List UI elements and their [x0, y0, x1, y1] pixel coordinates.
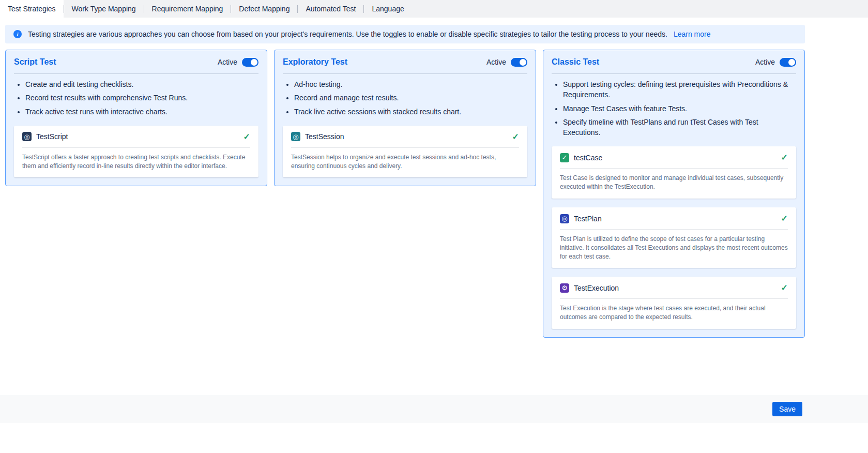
item-testplan: ◎ TestPlan ✓ Test Plan is utilized to de…: [552, 207, 796, 268]
card-exploratory-test: Exploratory Test Active Ad-hoc testing. …: [274, 50, 536, 186]
bottom-spacer: [0, 423, 868, 453]
item-testcase: ✓ testCase ✓ Test Case is designed to mo…: [552, 146, 796, 199]
item-divider: [560, 168, 788, 169]
item-divider: [291, 147, 519, 148]
tab-requirement-mapping[interactable]: Requirement Mapping: [144, 0, 231, 18]
item-name: TestSession: [305, 132, 344, 141]
toggle-wrap: Active: [218, 58, 258, 67]
feature-list: Ad-hoc testing. Record and manage test r…: [283, 79, 527, 117]
testexecution-icon: ⚙: [560, 283, 569, 293]
tab-automated-test[interactable]: Automated Test: [298, 0, 363, 18]
tab-language[interactable]: Language: [364, 0, 412, 18]
feature-item: Track active test runs with interactive …: [25, 107, 258, 117]
toggle-label: Active: [755, 58, 775, 66]
check-icon: ✓: [243, 132, 250, 142]
card-divider: [14, 73, 258, 74]
feature-item: Ad-hoc testing.: [294, 79, 527, 89]
info-icon: i: [13, 30, 22, 38]
card-header: Exploratory Test Active: [283, 57, 527, 67]
toggle-label: Active: [486, 58, 506, 66]
toggle-wrap: Active: [486, 58, 527, 67]
item-name: TestScript: [36, 132, 68, 141]
card-title: Exploratory Test: [283, 57, 347, 67]
tab-defect-mapping[interactable]: Defect Mapping: [231, 0, 297, 18]
item-name: TestExecution: [574, 284, 619, 292]
tab-test-strategies[interactable]: Test Strategies: [0, 0, 64, 18]
feature-item: Record test results with comprehensive T…: [25, 93, 258, 103]
item-divider: [560, 298, 788, 299]
testscript-icon: ◎: [22, 132, 32, 141]
item-testsession: ◎ TestSession ✓ TestSession helps to org…: [283, 126, 527, 178]
feature-item: Create and edit testing checklists.: [25, 79, 258, 89]
feature-item: Manage Test Cases with feature Tests.: [563, 103, 796, 114]
testsession-icon: ◎: [291, 132, 300, 141]
toggle-knob: [520, 59, 526, 66]
testcase-icon: ✓: [560, 153, 569, 162]
feature-list: Support testing cycles: defining test pr…: [552, 79, 796, 138]
item-testscript: ◎ TestScript ✓ TestScript offers a faste…: [14, 126, 258, 178]
item-divider: [22, 147, 250, 148]
check-icon: ✓: [781, 153, 788, 162]
banner-text: Testing strategies are various approache…: [28, 30, 667, 38]
item-header: ✓ testCase ✓: [560, 153, 788, 162]
item-header: ◎ TestScript ✓: [22, 132, 250, 142]
active-toggle[interactable]: [511, 58, 527, 67]
item-description: TestSession helps to organize and execut…: [291, 153, 519, 171]
check-icon: ✓: [781, 214, 788, 223]
footer-bar: Save: [0, 395, 868, 423]
item-header: ◎ TestPlan ✓: [560, 214, 788, 223]
item-divider: [560, 229, 788, 230]
save-button[interactable]: Save: [772, 402, 802, 416]
testplan-icon: ◎: [560, 214, 569, 223]
main-content: i Testing strategies are various approac…: [0, 18, 868, 395]
item-testexecution: ⚙ TestExecution ✓ Test Execution is the …: [552, 277, 796, 329]
card-divider: [283, 73, 527, 74]
item-description: Test Case is designed to monitor and man…: [560, 174, 788, 191]
card-title: Classic Test: [552, 57, 599, 67]
feature-item: Record and manage test results.: [294, 93, 527, 103]
card-header: Script Test Active: [14, 57, 258, 67]
toggle-label: Active: [218, 58, 237, 66]
check-icon: ✓: [781, 283, 788, 293]
item-name: testCase: [574, 154, 602, 162]
toggle-knob: [251, 59, 257, 66]
card-header: Classic Test Active: [552, 57, 796, 67]
item-name: TestPlan: [574, 215, 602, 223]
active-toggle[interactable]: [242, 58, 258, 67]
feature-list: Create and edit testing checklists. Reco…: [14, 79, 258, 117]
active-toggle[interactable]: [780, 58, 796, 67]
learn-more-link[interactable]: Learn more: [674, 30, 711, 38]
item-description: TestScript offers a faster approach to c…: [22, 153, 250, 171]
tab-work-type-mapping[interactable]: Work Type Mapping: [64, 0, 144, 18]
item-header: ◎ TestSession ✓: [291, 132, 519, 142]
card-title: Script Test: [14, 57, 56, 67]
card-classic-test: Classic Test Active Support testing cycl…: [543, 50, 805, 338]
check-icon: ✓: [512, 132, 519, 142]
card-script-test: Script Test Active Create and edit testi…: [5, 50, 267, 186]
feature-item: Track live active sessions with stacked …: [294, 107, 527, 117]
tab-bar: Test Strategies Work Type Mapping Requir…: [0, 0, 868, 18]
item-description: Test Plan is utilized to define the scop…: [560, 235, 788, 261]
strategy-cards-row: Script Test Active Create and edit testi…: [5, 50, 805, 338]
info-banner: i Testing strategies are various approac…: [5, 25, 805, 43]
item-header: ⚙ TestExecution ✓: [560, 283, 788, 293]
card-divider: [552, 73, 796, 74]
toggle-wrap: Active: [755, 58, 796, 67]
toggle-knob: [788, 59, 795, 66]
item-description: Test Execution is the stage where test c…: [560, 304, 788, 322]
feature-item: Specify timeline with TestPlans and run …: [563, 117, 796, 138]
feature-item: Support testing cycles: defining test pr…: [563, 79, 796, 100]
